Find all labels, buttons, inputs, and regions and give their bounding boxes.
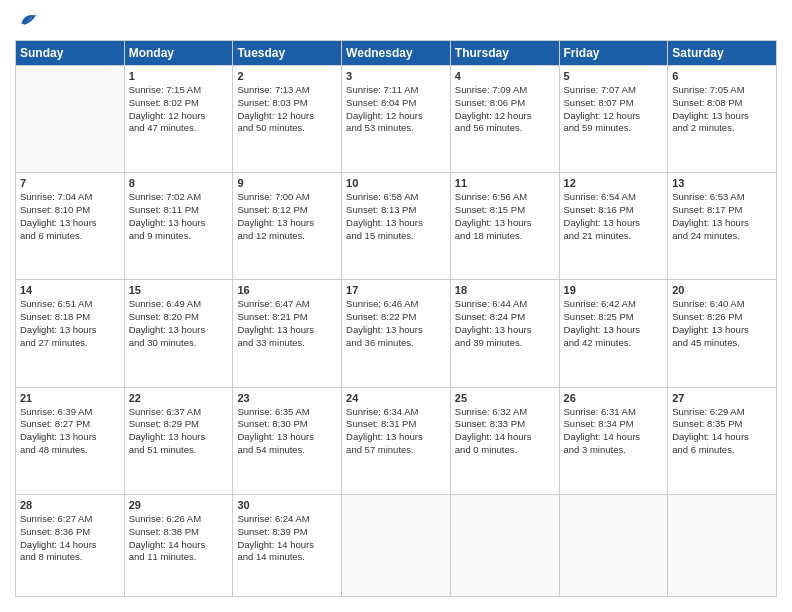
calendar-cell bbox=[668, 494, 777, 596]
logo bbox=[15, 15, 38, 30]
day-number: 3 bbox=[346, 70, 446, 82]
calendar-cell bbox=[342, 494, 451, 596]
calendar-week-row: 7Sunrise: 7:04 AM Sunset: 8:10 PM Daylig… bbox=[16, 173, 777, 280]
calendar-week-row: 14Sunrise: 6:51 AM Sunset: 8:18 PM Dayli… bbox=[16, 280, 777, 387]
cell-content: Sunrise: 7:07 AM Sunset: 8:07 PM Dayligh… bbox=[564, 84, 664, 135]
weekday-header: Sunday bbox=[16, 41, 125, 66]
day-number: 7 bbox=[20, 177, 120, 189]
cell-content: Sunrise: 6:54 AM Sunset: 8:16 PM Dayligh… bbox=[564, 191, 664, 242]
cell-content: Sunrise: 6:26 AM Sunset: 8:38 PM Dayligh… bbox=[129, 513, 229, 564]
cell-content: Sunrise: 7:09 AM Sunset: 8:06 PM Dayligh… bbox=[455, 84, 555, 135]
calendar-cell: 25Sunrise: 6:32 AM Sunset: 8:33 PM Dayli… bbox=[450, 387, 559, 494]
cell-content: Sunrise: 6:37 AM Sunset: 8:29 PM Dayligh… bbox=[129, 406, 229, 457]
day-number: 14 bbox=[20, 284, 120, 296]
calendar-cell: 11Sunrise: 6:56 AM Sunset: 8:15 PM Dayli… bbox=[450, 173, 559, 280]
calendar-week-row: 1Sunrise: 7:15 AM Sunset: 8:02 PM Daylig… bbox=[16, 66, 777, 173]
day-number: 4 bbox=[455, 70, 555, 82]
cell-content: Sunrise: 7:05 AM Sunset: 8:08 PM Dayligh… bbox=[672, 84, 772, 135]
calendar-cell: 22Sunrise: 6:37 AM Sunset: 8:29 PM Dayli… bbox=[124, 387, 233, 494]
calendar-cell: 1Sunrise: 7:15 AM Sunset: 8:02 PM Daylig… bbox=[124, 66, 233, 173]
calendar-cell: 2Sunrise: 7:13 AM Sunset: 8:03 PM Daylig… bbox=[233, 66, 342, 173]
calendar-cell: 21Sunrise: 6:39 AM Sunset: 8:27 PM Dayli… bbox=[16, 387, 125, 494]
cell-content: Sunrise: 7:15 AM Sunset: 8:02 PM Dayligh… bbox=[129, 84, 229, 135]
logo-bird-icon bbox=[18, 10, 38, 30]
calendar-cell: 5Sunrise: 7:07 AM Sunset: 8:07 PM Daylig… bbox=[559, 66, 668, 173]
day-number: 2 bbox=[237, 70, 337, 82]
weekday-header: Wednesday bbox=[342, 41, 451, 66]
calendar-cell: 6Sunrise: 7:05 AM Sunset: 8:08 PM Daylig… bbox=[668, 66, 777, 173]
cell-content: Sunrise: 6:42 AM Sunset: 8:25 PM Dayligh… bbox=[564, 298, 664, 349]
day-number: 20 bbox=[672, 284, 772, 296]
calendar-cell: 12Sunrise: 6:54 AM Sunset: 8:16 PM Dayli… bbox=[559, 173, 668, 280]
cell-content: Sunrise: 6:44 AM Sunset: 8:24 PM Dayligh… bbox=[455, 298, 555, 349]
calendar-cell: 15Sunrise: 6:49 AM Sunset: 8:20 PM Dayli… bbox=[124, 280, 233, 387]
cell-content: Sunrise: 6:32 AM Sunset: 8:33 PM Dayligh… bbox=[455, 406, 555, 457]
day-number: 10 bbox=[346, 177, 446, 189]
day-number: 27 bbox=[672, 392, 772, 404]
day-number: 8 bbox=[129, 177, 229, 189]
cell-content: Sunrise: 6:29 AM Sunset: 8:35 PM Dayligh… bbox=[672, 406, 772, 457]
day-number: 24 bbox=[346, 392, 446, 404]
day-number: 16 bbox=[237, 284, 337, 296]
weekday-header: Tuesday bbox=[233, 41, 342, 66]
day-number: 12 bbox=[564, 177, 664, 189]
calendar-cell: 27Sunrise: 6:29 AM Sunset: 8:35 PM Dayli… bbox=[668, 387, 777, 494]
calendar-cell: 19Sunrise: 6:42 AM Sunset: 8:25 PM Dayli… bbox=[559, 280, 668, 387]
calendar-cell: 26Sunrise: 6:31 AM Sunset: 8:34 PM Dayli… bbox=[559, 387, 668, 494]
calendar-week-row: 21Sunrise: 6:39 AM Sunset: 8:27 PM Dayli… bbox=[16, 387, 777, 494]
calendar-cell: 4Sunrise: 7:09 AM Sunset: 8:06 PM Daylig… bbox=[450, 66, 559, 173]
header bbox=[15, 15, 777, 30]
calendar-cell: 8Sunrise: 7:02 AM Sunset: 8:11 PM Daylig… bbox=[124, 173, 233, 280]
calendar-cell: 3Sunrise: 7:11 AM Sunset: 8:04 PM Daylig… bbox=[342, 66, 451, 173]
day-number: 26 bbox=[564, 392, 664, 404]
calendar-cell: 14Sunrise: 6:51 AM Sunset: 8:18 PM Dayli… bbox=[16, 280, 125, 387]
day-number: 19 bbox=[564, 284, 664, 296]
calendar-cell: 20Sunrise: 6:40 AM Sunset: 8:26 PM Dayli… bbox=[668, 280, 777, 387]
cell-content: Sunrise: 6:24 AM Sunset: 8:39 PM Dayligh… bbox=[237, 513, 337, 564]
calendar-cell bbox=[16, 66, 125, 173]
cell-content: Sunrise: 6:40 AM Sunset: 8:26 PM Dayligh… bbox=[672, 298, 772, 349]
cell-content: Sunrise: 7:04 AM Sunset: 8:10 PM Dayligh… bbox=[20, 191, 120, 242]
cell-content: Sunrise: 6:51 AM Sunset: 8:18 PM Dayligh… bbox=[20, 298, 120, 349]
day-number: 9 bbox=[237, 177, 337, 189]
calendar-week-row: 28Sunrise: 6:27 AM Sunset: 8:36 PM Dayli… bbox=[16, 494, 777, 596]
calendar-cell: 29Sunrise: 6:26 AM Sunset: 8:38 PM Dayli… bbox=[124, 494, 233, 596]
calendar-cell: 10Sunrise: 6:58 AM Sunset: 8:13 PM Dayli… bbox=[342, 173, 451, 280]
calendar-cell bbox=[559, 494, 668, 596]
weekday-header: Thursday bbox=[450, 41, 559, 66]
day-number: 15 bbox=[129, 284, 229, 296]
cell-content: Sunrise: 7:13 AM Sunset: 8:03 PM Dayligh… bbox=[237, 84, 337, 135]
weekday-header: Saturday bbox=[668, 41, 777, 66]
calendar-cell: 17Sunrise: 6:46 AM Sunset: 8:22 PM Dayli… bbox=[342, 280, 451, 387]
day-number: 29 bbox=[129, 499, 229, 511]
calendar-cell: 13Sunrise: 6:53 AM Sunset: 8:17 PM Dayli… bbox=[668, 173, 777, 280]
cell-content: Sunrise: 7:11 AM Sunset: 8:04 PM Dayligh… bbox=[346, 84, 446, 135]
calendar-cell: 18Sunrise: 6:44 AM Sunset: 8:24 PM Dayli… bbox=[450, 280, 559, 387]
cell-content: Sunrise: 7:00 AM Sunset: 8:12 PM Dayligh… bbox=[237, 191, 337, 242]
day-number: 22 bbox=[129, 392, 229, 404]
day-number: 5 bbox=[564, 70, 664, 82]
day-number: 21 bbox=[20, 392, 120, 404]
cell-content: Sunrise: 6:46 AM Sunset: 8:22 PM Dayligh… bbox=[346, 298, 446, 349]
weekday-header: Friday bbox=[559, 41, 668, 66]
calendar-cell: 30Sunrise: 6:24 AM Sunset: 8:39 PM Dayli… bbox=[233, 494, 342, 596]
day-number: 18 bbox=[455, 284, 555, 296]
day-number: 23 bbox=[237, 392, 337, 404]
calendar-cell: 24Sunrise: 6:34 AM Sunset: 8:31 PM Dayli… bbox=[342, 387, 451, 494]
cell-content: Sunrise: 6:47 AM Sunset: 8:21 PM Dayligh… bbox=[237, 298, 337, 349]
calendar-cell: 16Sunrise: 6:47 AM Sunset: 8:21 PM Dayli… bbox=[233, 280, 342, 387]
day-number: 30 bbox=[237, 499, 337, 511]
cell-content: Sunrise: 6:35 AM Sunset: 8:30 PM Dayligh… bbox=[237, 406, 337, 457]
calendar-table: SundayMondayTuesdayWednesdayThursdayFrid… bbox=[15, 40, 777, 597]
cell-content: Sunrise: 6:53 AM Sunset: 8:17 PM Dayligh… bbox=[672, 191, 772, 242]
calendar-cell: 28Sunrise: 6:27 AM Sunset: 8:36 PM Dayli… bbox=[16, 494, 125, 596]
day-number: 1 bbox=[129, 70, 229, 82]
cell-content: Sunrise: 7:02 AM Sunset: 8:11 PM Dayligh… bbox=[129, 191, 229, 242]
day-number: 6 bbox=[672, 70, 772, 82]
day-number: 28 bbox=[20, 499, 120, 511]
calendar-cell: 23Sunrise: 6:35 AM Sunset: 8:30 PM Dayli… bbox=[233, 387, 342, 494]
day-number: 13 bbox=[672, 177, 772, 189]
calendar-cell: 7Sunrise: 7:04 AM Sunset: 8:10 PM Daylig… bbox=[16, 173, 125, 280]
day-number: 17 bbox=[346, 284, 446, 296]
calendar-cell bbox=[450, 494, 559, 596]
